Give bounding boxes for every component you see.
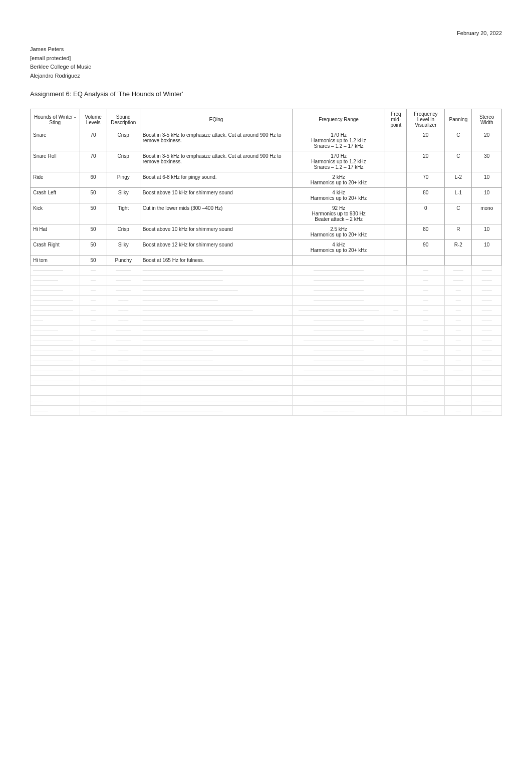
cell-freq-mid-blurred: [385, 286, 407, 296]
cell-instrument-blurred: —————: [31, 326, 80, 336]
cell-stereo: 10: [472, 240, 502, 255]
cell-sound: Silky: [107, 240, 140, 255]
cell-instrument-blurred: ——————: [31, 266, 80, 276]
cell-sound-blurred: ——: [107, 406, 140, 416]
cell-eqing-blurred: ———————————————: [140, 296, 292, 306]
col-header-stereo: Stereo Width: [472, 109, 502, 130]
cell-eqing-blurred: ——————————————: [140, 346, 292, 356]
cell-eqing-blurred: ——————————————————: [140, 316, 292, 326]
col-header-panning: Panning: [445, 109, 472, 130]
cell-sound-blurred: —: [107, 376, 140, 386]
cell-volume-blurred: —: [80, 276, 107, 286]
cell-panning-blurred: —: [445, 336, 472, 346]
cell-volume-blurred: —: [80, 366, 107, 376]
cell-panning: R-2: [445, 240, 472, 255]
cell-freq-range-blurred: ——— ———: [293, 406, 385, 416]
cell-freq-mid: [385, 130, 407, 151]
cell-volume-blurred: —: [80, 406, 107, 416]
cell-sound-blurred: ——: [107, 306, 140, 316]
cell-freq-range: [293, 255, 385, 266]
cell-volume-blurred: —: [80, 326, 107, 336]
cell-instrument: Kick: [31, 203, 80, 224]
cell-eqing: Boost above 10 kHz for shimmery sound: [140, 224, 292, 240]
cell-sound: Crisp: [107, 151, 140, 172]
cell-freq-level: 90: [407, 240, 445, 255]
cell-instrument-blurred: ————————: [31, 306, 80, 316]
cell-panning: R: [445, 224, 472, 240]
table-row-blurred: ————— — ——— ————————————— —————————— — —…: [31, 326, 502, 336]
cell-eqing: Boost above 10 kHz for shimmery sound: [140, 188, 292, 203]
cell-sound-blurred: ——: [107, 296, 140, 306]
cell-freq-range-blurred: ——————————————: [293, 366, 385, 376]
cell-freq-mid-blurred: [385, 326, 407, 336]
cell-volume-blurred: —: [80, 356, 107, 366]
cell-freq-mid-blurred: [385, 346, 407, 356]
cell-panning-blurred: ——: [445, 366, 472, 376]
cell-instrument-blurred: ————————: [31, 356, 80, 366]
header-date: February 20, 2022: [30, 30, 502, 36]
table-row-blurred: ———————— — —— ———————————————————— —————…: [31, 366, 502, 376]
col-header-instrument: Hounds of Winter - Sting: [31, 109, 80, 130]
cell-freq-level-blurred: —: [407, 316, 445, 326]
table-row-blurred: —————— — ——— ——————————————————— ———————…: [31, 286, 502, 296]
cell-freq-range-blurred: ——————————: [293, 266, 385, 276]
cell-freq-range-blurred: ——————————————: [293, 336, 385, 346]
cell-freq-level-blurred: —: [407, 366, 445, 376]
cell-panning-blurred: —: [445, 396, 472, 406]
cell-panning-blurred: —: [445, 406, 472, 416]
table-row-blurred: ———————— — — —————————————————————— ————…: [31, 376, 502, 386]
cell-stereo-blurred: ——: [472, 406, 502, 416]
table-row-blurred: —— — —— —————————————————— —————————— — …: [31, 316, 502, 326]
cell-stereo: 10: [472, 172, 502, 188]
cell-sound: Crisp: [107, 130, 140, 151]
cell-freq-mid-blurred: —: [385, 386, 407, 396]
cell-volume-blurred: —: [80, 376, 107, 386]
cell-volume: 70: [80, 151, 107, 172]
cell-stereo: 10: [472, 224, 502, 240]
cell-freq-level: 70: [407, 172, 445, 188]
cell-panning: C: [445, 151, 472, 172]
cell-eqing-blurred: ———————————————————: [140, 286, 292, 296]
cell-stereo-blurred: ——: [472, 366, 502, 376]
cell-sound: Punchy: [107, 255, 140, 266]
cell-instrument-blurred: ————————: [31, 336, 80, 346]
cell-freq-mid-blurred: —: [385, 376, 407, 386]
cell-sound-blurred: ——: [107, 366, 140, 376]
cell-volume-blurred: —: [80, 396, 107, 406]
cell-instrument-blurred: ————————: [31, 296, 80, 306]
cell-volume-blurred: —: [80, 306, 107, 316]
cell-stereo-blurred: ——: [472, 286, 502, 296]
table-row-blurred: ———————— — —— —————————————————————— ———…: [31, 386, 502, 396]
cell-instrument-blurred: ———: [31, 406, 80, 416]
cell-stereo-blurred: ——: [472, 396, 502, 406]
table-row: Hi tom 50 Punchy Boost at 165 Hz for ful…: [31, 255, 502, 266]
cell-eqing-blurred: —————————————: [140, 326, 292, 336]
cell-stereo: mono: [472, 203, 502, 224]
cell-instrument-blurred: ————————: [31, 346, 80, 356]
cell-panning-blurred: —: [445, 376, 472, 386]
cell-freq-mid: [385, 255, 407, 266]
cell-sound-blurred: ——: [107, 346, 140, 356]
cell-stereo-blurred: ——: [472, 316, 502, 326]
cell-sound-blurred: ——: [107, 316, 140, 326]
cell-stereo: [472, 255, 502, 266]
col-header-freq-level: Frequency Level in Visualizer: [407, 109, 445, 130]
cell-freq-level: 20: [407, 130, 445, 151]
cell-freq-level: 80: [407, 224, 445, 240]
table-row: Snare Roll 70 Crisp Boost in 3-5 kHz to …: [31, 151, 502, 172]
cell-volume: 50: [80, 224, 107, 240]
author-email: [email protected]: [30, 54, 502, 63]
cell-freq-range-blurred: ——————————————: [293, 386, 385, 396]
cell-panning: L-2: [445, 172, 472, 188]
cell-instrument: Crash Right: [31, 240, 80, 255]
cell-freq-mid-blurred: —: [385, 306, 407, 316]
cell-freq-range-blurred: ——————————: [293, 396, 385, 406]
cell-eqing-blurred: ————————————————: [140, 276, 292, 286]
table-row: Snare 70 Crisp Boost in 3-5 kHz to empha…: [31, 130, 502, 151]
cell-freq-level-blurred: —: [407, 276, 445, 286]
col-header-freq-range: Frequency Range: [293, 109, 385, 130]
cell-panning-blurred: ——: [445, 266, 472, 276]
cell-instrument-blurred: ————————: [31, 366, 80, 376]
cell-volume-blurred: —: [80, 286, 107, 296]
cell-freq-range: 170 HzHarmonics up to 1.2 kHzSnares – 1.…: [293, 151, 385, 172]
